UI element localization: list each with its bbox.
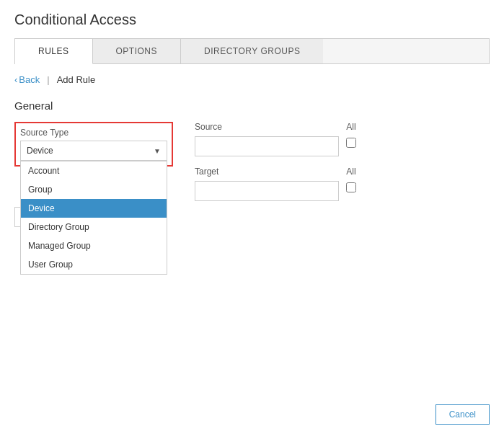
tabs-bar: RULES OPTIONS DIRECTORY GROUPS	[14, 38, 490, 63]
source-type-container: Source Type Device ▼ Account Group Devic…	[14, 122, 173, 167]
source-label: Source	[195, 122, 339, 132]
target-field-group: Target	[195, 167, 339, 201]
cancel-button[interactable]: Cancel	[436, 404, 490, 425]
source-field-group: Source	[195, 122, 339, 156]
footer-actions: Cancel	[436, 404, 490, 425]
breadcrumb-current: Add Rule	[57, 74, 95, 85]
target-row: Target All	[195, 167, 356, 201]
target-input[interactable]	[195, 181, 339, 201]
option-account[interactable]: Account	[21, 161, 167, 180]
right-fields: Source All Target All	[195, 122, 356, 201]
back-button[interactable]: ‹ Back	[14, 74, 40, 85]
option-device[interactable]: Device	[21, 199, 167, 218]
tab-options[interactable]: OPTIONS	[93, 39, 182, 63]
chevron-down-icon: ▼	[154, 147, 161, 155]
breadcrumb-separator: |	[47, 74, 49, 85]
target-all-checkbox[interactable]	[346, 182, 356, 192]
option-group[interactable]: Group	[21, 180, 167, 199]
source-input[interactable]	[195, 136, 339, 156]
option-user-group[interactable]: User Group	[21, 255, 167, 274]
tab-directory-groups[interactable]: DIRECTORY GROUPS	[181, 39, 323, 63]
source-type-label: Source Type	[20, 128, 167, 138]
source-all-label: All	[346, 122, 355, 132]
page-title: Conditional Access	[14, 12, 490, 28]
source-type-selected-value: Device	[27, 146, 53, 156]
breadcrumb: ‹ Back | Add Rule	[14, 74, 490, 85]
option-managed-group[interactable]: Managed Group	[21, 236, 167, 255]
source-all-checkbox[interactable]	[346, 138, 356, 148]
general-section-title: General	[14, 99, 490, 112]
source-row: Source All	[195, 122, 356, 156]
chevron-left-icon: ‹	[14, 74, 17, 85]
source-all-group: All	[346, 122, 356, 148]
source-type-dropdown-menu: Account Group Device Directory Group Man…	[20, 161, 167, 275]
source-type-dropdown[interactable]: Device ▼	[20, 141, 167, 161]
tab-rules[interactable]: RULES	[15, 39, 93, 64]
target-all-group: All	[346, 167, 356, 192]
source-type-dropdown-wrapper: Device ▼ Account Group Device Directory …	[20, 141, 167, 161]
target-all-label: All	[346, 167, 355, 177]
target-label: Target	[195, 167, 339, 177]
option-directory-group[interactable]: Directory Group	[21, 218, 167, 236]
